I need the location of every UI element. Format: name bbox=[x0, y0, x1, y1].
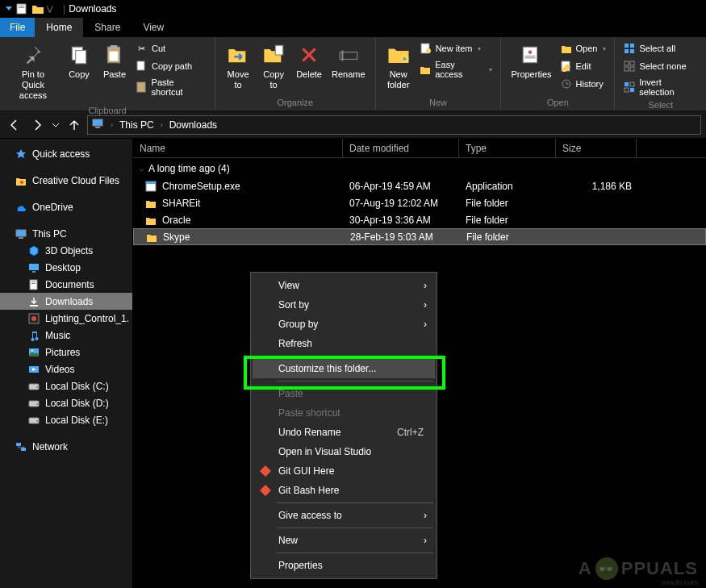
svg-rect-28 bbox=[625, 67, 629, 71]
nav-onedrive[interactable]: OneDrive bbox=[0, 198, 132, 215]
nav-disk-e[interactable]: Local Disk (E:) bbox=[0, 411, 132, 428]
ctx-git-bash[interactable]: Git Bash Here bbox=[253, 481, 435, 500]
svg-rect-7 bbox=[109, 52, 118, 61]
chevron-down-icon: ⌵ bbox=[140, 165, 144, 173]
ctx-new[interactable]: New› bbox=[253, 531, 435, 550]
column-name[interactable]: Name bbox=[133, 139, 343, 157]
submenu-arrow-icon: › bbox=[424, 319, 427, 330]
nav-disk-d[interactable]: Local Disk (D:) bbox=[0, 394, 132, 411]
file-row[interactable]: SHAREit 07-Aug-19 12:02 AM File folder bbox=[133, 194, 706, 211]
svg-rect-31 bbox=[630, 82, 634, 86]
ctx-git-gui[interactable]: Git GUI Here bbox=[253, 461, 435, 481]
nav-videos[interactable]: Videos bbox=[0, 361, 132, 377]
nav-pictures[interactable]: Pictures bbox=[0, 344, 132, 361]
navigation-pane: Quick access Creative Cloud Files OneDri… bbox=[0, 139, 133, 588]
new-folder-button[interactable]: New folder bbox=[381, 39, 416, 94]
svg-rect-33 bbox=[630, 88, 634, 92]
nav-back-button[interactable] bbox=[5, 115, 24, 135]
history-button[interactable]: History bbox=[557, 76, 610, 92]
ctx-separator bbox=[277, 381, 433, 382]
copy-to-button[interactable]: Copy to bbox=[256, 39, 291, 94]
submenu-arrow-icon: › bbox=[424, 280, 427, 291]
copy-path-button[interactable]: Copy path bbox=[132, 58, 210, 74]
nav-quick-access[interactable]: Quick access bbox=[0, 145, 132, 162]
ctx-customize-folder[interactable]: Customize this folder... bbox=[253, 359, 435, 378]
ctx-refresh[interactable]: Refresh bbox=[253, 334, 435, 353]
nav-lighting-control[interactable]: Lighting_Control_1. bbox=[0, 310, 132, 327]
nav-documents[interactable]: Documents bbox=[0, 276, 132, 293]
edit-button[interactable]: Edit bbox=[557, 58, 610, 74]
svg-rect-8 bbox=[137, 61, 144, 70]
address-path[interactable]: › This PC › Downloads bbox=[87, 115, 701, 135]
svg-rect-18 bbox=[525, 56, 536, 56]
ctx-sort-by[interactable]: Sort by› bbox=[253, 295, 435, 315]
properties-button[interactable]: Properties bbox=[506, 39, 556, 83]
column-size[interactable]: Size bbox=[556, 139, 637, 157]
nav-up-button[interactable] bbox=[65, 115, 84, 135]
svg-rect-41 bbox=[30, 280, 37, 290]
nav-3d-objects[interactable]: 3D Objects bbox=[0, 242, 132, 259]
ctx-view[interactable]: View› bbox=[253, 276, 435, 295]
select-none-button[interactable]: Select none bbox=[620, 58, 701, 74]
easy-access-icon bbox=[420, 63, 432, 76]
qat-properties-icon[interactable] bbox=[16, 2, 29, 15]
ctx-paste-shortcut: Paste shortcut bbox=[253, 403, 435, 423]
svg-rect-9 bbox=[137, 82, 145, 92]
open-button[interactable]: Open▾ bbox=[557, 40, 610, 56]
ctx-undo-rename[interactable]: Undo RenameCtrl+Z bbox=[253, 423, 435, 442]
nav-disk-c[interactable]: Local Disk (C:) bbox=[0, 377, 132, 394]
nav-forward-button[interactable] bbox=[27, 115, 47, 135]
file-row[interactable]: Skype 28-Feb-19 5:03 AM File folder bbox=[133, 228, 706, 245]
tab-view[interactable]: View bbox=[132, 18, 175, 37]
move-to-button[interactable]: Move to bbox=[220, 39, 256, 94]
ctx-separator bbox=[277, 528, 433, 528]
rename-button[interactable]: Rename bbox=[327, 39, 370, 83]
disk-icon bbox=[27, 414, 40, 427]
address-bar: › This PC › Downloads bbox=[0, 111, 706, 139]
file-row[interactable]: ChromeSetup.exe 06-Apr-19 4:59 AM Applic… bbox=[133, 177, 706, 194]
ctx-properties[interactable]: Properties bbox=[253, 556, 435, 575]
breadcrumb-downloads[interactable]: Downloads bbox=[169, 119, 217, 131]
delete-button[interactable]: Delete bbox=[291, 39, 327, 83]
nav-creative-cloud[interactable]: Creative Cloud Files bbox=[0, 172, 132, 189]
file-date: 28-Feb-19 5:03 AM bbox=[345, 231, 462, 243]
file-name: SHAREit bbox=[162, 198, 345, 209]
svg-rect-10 bbox=[275, 45, 282, 55]
paste-button[interactable]: Paste bbox=[97, 39, 132, 83]
cut-button[interactable]: ✂Cut bbox=[132, 40, 210, 56]
tab-share[interactable]: Share bbox=[83, 18, 132, 37]
nav-recent-dropdown[interactable] bbox=[50, 115, 61, 135]
git-icon bbox=[259, 484, 272, 497]
ctx-group-by[interactable]: Group by› bbox=[253, 315, 435, 334]
svg-rect-42 bbox=[31, 281, 36, 282]
column-date[interactable]: Date modified bbox=[343, 139, 459, 157]
file-row[interactable]: Oracle 30-Apr-19 3:36 AM File folder bbox=[133, 211, 706, 228]
breadcrumb-this-pc[interactable]: This PC bbox=[119, 119, 154, 131]
file-name: Oracle bbox=[162, 215, 345, 226]
creative-cloud-icon bbox=[15, 174, 27, 187]
pin-to-quick-access-button[interactable]: Pin to Quick access bbox=[5, 39, 61, 104]
star-icon bbox=[15, 148, 27, 161]
qat-folder-icon[interactable] bbox=[31, 2, 44, 15]
qat-customize-dropdown[interactable]: ⋁ bbox=[47, 5, 55, 13]
ctx-open-visual-studio[interactable]: Open in Visual Studio bbox=[253, 442, 435, 461]
tab-home[interactable]: Home bbox=[35, 18, 83, 37]
new-item-button[interactable]: New item▾ bbox=[416, 40, 496, 56]
ctx-give-access[interactable]: Give access to› bbox=[253, 506, 435, 525]
pin-icon bbox=[20, 42, 46, 68]
invert-selection-button[interactable]: Invert selection bbox=[620, 76, 701, 98]
easy-access-button[interactable]: Easy access▾ bbox=[416, 58, 496, 81]
tab-file[interactable]: File bbox=[0, 18, 35, 37]
nav-this-pc[interactable]: This PC bbox=[0, 225, 132, 242]
group-header[interactable]: ⌵A long time ago (4) bbox=[133, 158, 706, 177]
nav-downloads[interactable]: Downloads bbox=[0, 293, 132, 310]
nav-music[interactable]: Music bbox=[0, 327, 132, 344]
paste-shortcut-button[interactable]: Paste shortcut bbox=[132, 76, 210, 98]
select-all-button[interactable]: Select all bbox=[620, 40, 701, 56]
nav-desktop[interactable]: Desktop bbox=[0, 259, 132, 276]
column-type[interactable]: Type bbox=[459, 139, 556, 157]
svg-rect-22 bbox=[625, 44, 629, 48]
new-folder-label: New folder bbox=[387, 69, 410, 90]
copy-button[interactable]: Copy bbox=[61, 39, 97, 83]
nav-network[interactable]: Network bbox=[0, 438, 132, 455]
